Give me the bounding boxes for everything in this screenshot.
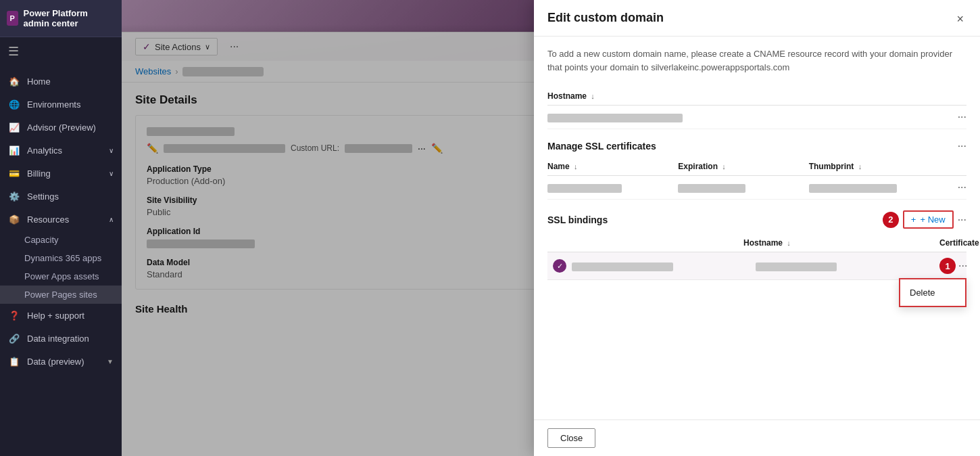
- ssl-cert-row: ···: [547, 176, 966, 200]
- name-sort: ↓: [574, 162, 578, 170]
- app-title: Power Platform admin center: [24, 8, 115, 28]
- sidebar-nav: 🏠 Home 🌐 Environments 📈 Advisor (Preview…: [0, 66, 122, 456]
- sidebar-item-powerapps[interactable]: Power Apps assets: [0, 267, 122, 286]
- hostname-value-blurred: [547, 114, 683, 122]
- binding-more-button[interactable]: ···: [958, 260, 967, 272]
- panel-footer: Close: [534, 419, 980, 456]
- sidebar-item-advisor[interactable]: 📈 Advisor (Preview): [0, 116, 122, 139]
- sidebar-item-billing[interactable]: 💳 Billing ∨: [0, 162, 122, 185]
- ssl-bindings-title: SSL bindings: [547, 214, 608, 225]
- sidebar-item-data-integration[interactable]: 🔗 Data integration: [0, 327, 122, 350]
- ssl-bindings-col-headers: Hostname ↓ Certificate: [547, 234, 966, 252]
- ssl-certs-header: Name ↓ Expiration ↓ Thumbprint ↓: [547, 158, 966, 176]
- sidebar-item-label: Power Pages sites: [24, 290, 114, 300]
- cert-name-blurred: [547, 184, 622, 193]
- hostname-more-button[interactable]: ···: [958, 111, 966, 122]
- delete-button[interactable]: Delete: [900, 283, 965, 302]
- ssl-certificate-col-header: Certificate: [939, 238, 966, 248]
- billing-icon: 💳: [8, 167, 20, 179]
- hostname-sort-arrow: ↓: [591, 92, 595, 100]
- sidebar-header: P Power Platform admin center: [0, 0, 122, 37]
- new-ssl-binding-button[interactable]: + + New: [903, 210, 954, 229]
- sidebar-item-label: Capacity: [24, 235, 114, 245]
- home-icon: 🏠: [8, 75, 20, 87]
- sidebar-item-analytics[interactable]: 📊 Analytics ∨: [0, 139, 122, 162]
- sidebar-item-environments[interactable]: 🌐 Environments: [0, 93, 122, 116]
- advisor-icon: 📈: [8, 121, 20, 133]
- binding-cert-blurred: [756, 263, 837, 271]
- panel-close-button[interactable]: ×: [954, 11, 966, 28]
- cert-exp-blurred: [678, 184, 745, 193]
- check-circle-wrapper: ✓: [547, 259, 572, 273]
- sidebar-item-label: Power Apps assets: [24, 271, 114, 281]
- panel-title: Edit custom domain: [547, 11, 664, 25]
- cert-thumb-blurred: [809, 184, 897, 193]
- panel-body: To add a new custom domain name, please …: [534, 37, 980, 419]
- environments-icon: 🌐: [8, 98, 20, 110]
- sidebar-item-label: Analytics: [27, 145, 102, 156]
- data-integration-icon: 🔗: [8, 332, 20, 344]
- sidebar-item-label: Data integration: [27, 334, 114, 344]
- close-panel-button[interactable]: Close: [547, 428, 595, 448]
- app-icon: P: [7, 11, 18, 26]
- delete-popup: Delete: [899, 278, 966, 307]
- ssl-binding-row: ✓ 1 ··· Delete: [547, 252, 966, 280]
- sidebar-item-dynamics365[interactable]: Dynamics 365 apps: [0, 249, 122, 267]
- sidebar-item-label: Environments: [27, 99, 114, 110]
- hostname-col-header: Hostname ↓: [547, 91, 939, 101]
- resources-icon: 📦: [8, 213, 20, 225]
- analytics-chevron: ∨: [109, 147, 114, 154]
- panel-header: Edit custom domain ×: [534, 0, 980, 37]
- sidebar-item-label: Billing: [27, 168, 102, 179]
- badge-2: 2: [883, 212, 899, 228]
- sidebar-item-resources[interactable]: 📦 Resources ∧: [0, 208, 122, 231]
- binding-check-icon: ✓: [553, 259, 566, 273]
- data-preview-icon: 📋: [8, 355, 20, 367]
- billing-chevron: ∨: [109, 170, 114, 177]
- badge-1: 1: [939, 258, 956, 274]
- sidebar-item-label: Data (preview): [27, 357, 100, 367]
- manage-ssl-title: Manage SSL certificates: [547, 141, 656, 152]
- hostname-table-header: Hostname ↓: [547, 87, 966, 106]
- help-icon: ❓: [8, 309, 20, 321]
- analytics-icon: 📊: [8, 144, 20, 156]
- sidebar: P Power Platform admin center ☰ 🏠 Home 🌐…: [0, 0, 122, 456]
- sidebar-item-powerpages[interactable]: Power Pages sites: [0, 286, 122, 304]
- sidebar-item-label: Resources: [27, 214, 102, 225]
- new-btn-wrapper: 2 + + New: [883, 210, 954, 229]
- sidebar-item-label: Help + support: [27, 311, 114, 321]
- panel-description: To add a new custom domain name, please …: [547, 47, 966, 74]
- resources-chevron: ∧: [109, 216, 114, 223]
- name-col-header: Name ↓: [547, 162, 678, 171]
- settings-icon: ⚙️: [8, 190, 20, 202]
- hostname-table-row: ···: [547, 106, 966, 129]
- ssl-hostname-sort: ↓: [787, 239, 791, 247]
- ssl-hostname-col-header: Hostname ↓: [743, 238, 939, 248]
- sidebar-item-help[interactable]: ❓ Help + support: [0, 304, 122, 327]
- thumb-sort: ↓: [858, 162, 862, 170]
- expiration-col-header: Expiration ↓: [678, 162, 808, 171]
- sidebar-item-capacity[interactable]: Capacity: [0, 231, 122, 249]
- cert-more-button[interactable]: ···: [958, 181, 966, 193]
- exp-sort: ↓: [722, 162, 726, 170]
- ssl-bindings-header-row: SSL bindings 2 + + New ···: [547, 210, 966, 229]
- thumbprint-col-header: Thumbprint ↓: [809, 162, 939, 171]
- manage-ssl-section: Manage SSL certificates ··· Name ↓ Expir…: [547, 140, 966, 200]
- sidebar-item-label: Advisor (Preview): [27, 122, 114, 133]
- ssl-bindings-actions: 2 + + New ···: [883, 210, 966, 229]
- sidebar-item-home[interactable]: 🏠 Home: [0, 70, 122, 93]
- ssl-bindings-section: SSL bindings 2 + + New ··· Hostname: [547, 210, 966, 280]
- sidebar-item-label: Settings: [27, 191, 114, 202]
- hostname-section: Hostname ↓ ···: [547, 87, 966, 129]
- sidebar-item-label: Dynamics 365 apps: [24, 253, 114, 263]
- plus-icon: +: [911, 214, 916, 225]
- sidebar-item-settings[interactable]: ⚙️ Settings: [0, 185, 122, 208]
- hamburger-button[interactable]: ☰: [0, 37, 122, 66]
- ssl-bindings-more-button[interactable]: ···: [958, 214, 966, 226]
- edit-custom-domain-panel: Edit custom domain × To add a new custom…: [534, 0, 980, 456]
- sidebar-item-label: Home: [27, 76, 114, 87]
- manage-ssl-more-button[interactable]: ···: [958, 140, 966, 152]
- sidebar-item-data-preview[interactable]: 📋 Data (preview) ▼: [0, 350, 122, 373]
- binding-hostname-blurred: [572, 263, 673, 271]
